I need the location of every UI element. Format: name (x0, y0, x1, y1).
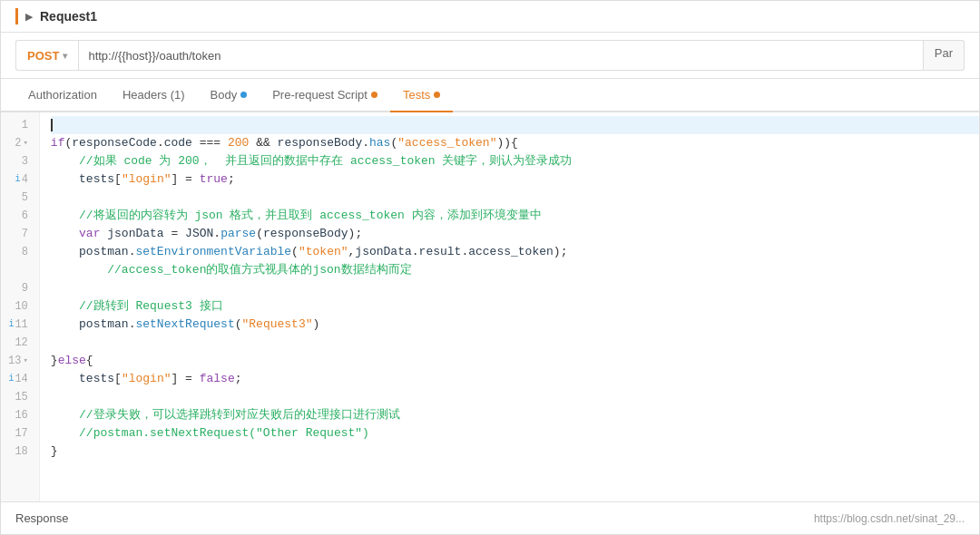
line-15: 15 (8, 388, 32, 406)
request-title: Request1 (40, 9, 97, 24)
line-18: 18 (8, 443, 32, 461)
line-3: 3 (8, 152, 32, 170)
tab-prerequest[interactable]: Pre-request Script (260, 79, 390, 112)
line-8b (8, 261, 32, 279)
line-2: 2▾ (8, 134, 32, 152)
code-line-4: tests["login"] = true; (51, 170, 979, 189)
tab-authorization[interactable]: Authorization (15, 79, 110, 112)
code-line-11: postman.setNextRequest("Request3") (51, 316, 979, 334)
line-14: i14 (8, 370, 32, 388)
line-16: 16 (8, 406, 32, 424)
tab-headers[interactable]: Headers (1) (110, 79, 198, 112)
code-line-5 (51, 189, 979, 207)
line-10: 10 (8, 297, 32, 316)
prerequest-dot (371, 92, 377, 98)
code-line-7: var jsonData = JSON.parse(responseBody); (51, 225, 979, 243)
code-line-14: tests["login"] = false; (51, 370, 979, 388)
code-line-18: } (51, 443, 979, 461)
request-expand-arrow[interactable]: ▶ (25, 11, 33, 23)
code-line-16: //登录失败，可以选择跳转到对应失败后的处理接口进行测试 (51, 406, 979, 424)
method-selector[interactable]: POST ▾ (15, 40, 78, 71)
line-17: 17 (8, 424, 32, 443)
method-chevron-icon: ▾ (63, 51, 67, 61)
line-7: 7 (8, 225, 32, 243)
code-line-13: }else{ (51, 352, 979, 370)
tab-body[interactable]: Body (198, 79, 260, 112)
response-label: Response (15, 511, 69, 525)
tabs-bar: Authorization Headers (1) Body Pre-reque… (1, 79, 979, 112)
line-6: 6 (8, 207, 32, 225)
tab-tests[interactable]: Tests (390, 79, 453, 112)
line-1: 1 (8, 116, 32, 134)
code-line-6: //将返回的内容转为 json 格式，并且取到 access_token 内容，… (51, 207, 979, 225)
code-content: if(responseCode.code === 200 && response… (40, 112, 979, 501)
code-line-12 (51, 334, 979, 352)
method-label: POST (27, 49, 59, 63)
line-8: 8 (8, 243, 32, 261)
line-11: i11 (8, 316, 32, 334)
code-line-17: //postman.setNextRequest("Other Request"… (51, 424, 979, 443)
response-info: https://blog.csdn.net/sinat_29... (814, 512, 965, 525)
code-line-10: //跳转到 Request3 接口 (51, 297, 979, 316)
code-line-2: if(responseCode.code === 200 && response… (51, 134, 979, 152)
line-numbers: 1 2▾ 3 i4 5 6 7 8 9 10 i11 12 13▾ i14 15… (1, 112, 40, 501)
url-input[interactable] (78, 40, 923, 71)
line-5: 5 (8, 189, 32, 207)
line-12: 12 (8, 334, 32, 352)
code-line-8: postman.setEnvironmentVariable("token",j… (51, 243, 979, 261)
params-button[interactable]: Par (924, 40, 965, 71)
code-line-15 (51, 388, 979, 406)
line-9: 9 (8, 279, 32, 297)
code-line-9 (51, 279, 979, 297)
line-4: i4 (8, 170, 32, 189)
tests-dot (434, 92, 440, 98)
body-dot (240, 92, 247, 98)
code-editor[interactable]: 1 2▾ 3 i4 5 6 7 8 9 10 i11 12 13▾ i14 15… (1, 112, 979, 501)
code-line-3: //如果 code 为 200， 并且返回的数据中存在 access_token… (51, 152, 979, 170)
code-line-1 (51, 116, 979, 134)
line-13: 13▾ (8, 352, 32, 370)
response-bar: Response https://blog.csdn.net/sinat_29.… (1, 501, 979, 534)
code-line-8b: //access_token的取值方式视具体的json数据结构而定 (51, 261, 979, 279)
